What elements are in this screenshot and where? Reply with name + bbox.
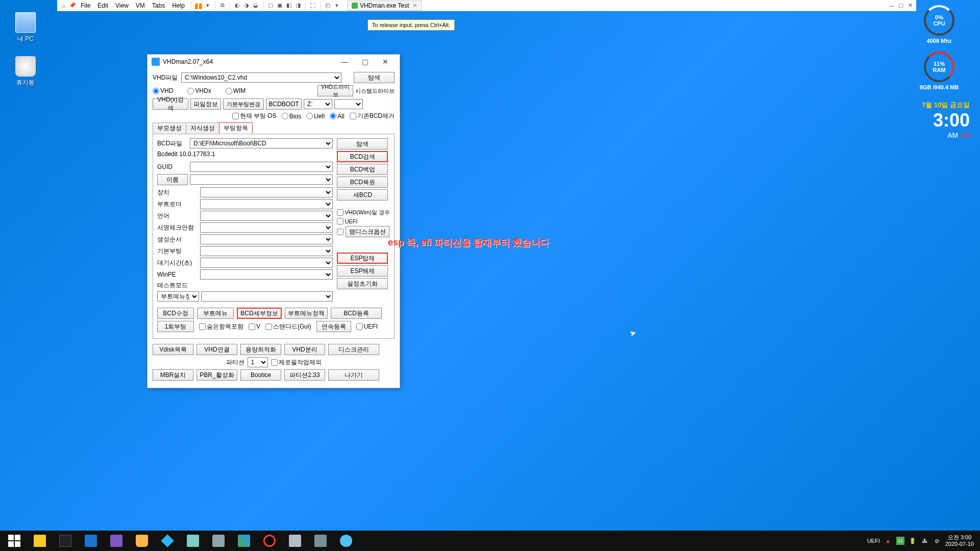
taskbar-app2[interactable] xyxy=(104,531,129,551)
uefi3-check[interactable]: UEFI xyxy=(356,323,378,330)
bcd-remove-check[interactable]: 기존BCD제거 xyxy=(350,112,395,120)
pause-icon[interactable]: ▮▮ xyxy=(194,2,203,10)
fileinfo-button[interactable]: 파일정보 xyxy=(190,98,221,110)
minimize-button[interactable]: — xyxy=(334,58,355,66)
bcdboot-button[interactable]: BCDBOOT xyxy=(266,98,302,110)
bcd-edit-button[interactable]: BCD수정 xyxy=(157,308,194,319)
exit-button[interactable]: 나가기 xyxy=(328,369,379,381)
tab-bootentry[interactable]: 부팅항목 xyxy=(219,122,253,134)
win-max-icon[interactable]: ▢ xyxy=(897,2,905,10)
tray-badge[interactable]: 11 xyxy=(896,537,904,545)
taskbar-app7[interactable] xyxy=(232,531,256,551)
standard-check[interactable]: 스탠다드(Gui) xyxy=(265,322,311,331)
win-min-icon[interactable]: — xyxy=(888,2,896,10)
hidden-check[interactable]: 숨은항목포함 xyxy=(199,322,243,331)
bootloader-select[interactable] xyxy=(200,199,333,209)
menu-tabs[interactable]: Tabs xyxy=(149,1,168,10)
disk-mgmt-button[interactable]: 디스크관리 xyxy=(328,344,379,355)
radio-bios[interactable]: Bios xyxy=(282,113,301,120)
snapshot-icon[interactable]: ⧉ xyxy=(218,2,227,10)
tab-close-icon[interactable]: ✕ xyxy=(413,3,417,8)
tool3-icon[interactable]: ◒ xyxy=(252,2,260,10)
dropdown2-icon[interactable]: ▾ xyxy=(333,2,341,10)
device-select[interactable] xyxy=(200,187,333,197)
vhd-file-select[interactable]: C:\Windows10_C2.vhd xyxy=(181,72,341,83)
taskbar-disk2[interactable] xyxy=(308,531,333,551)
tab-parent[interactable]: 부모생성 xyxy=(153,122,186,134)
pbr-button[interactable]: PBR_활성화 xyxy=(197,369,237,381)
radio-wim[interactable]: WIM xyxy=(226,87,246,94)
taskbar-power[interactable] xyxy=(257,531,282,551)
winpe-select[interactable] xyxy=(200,269,333,280)
taskbar-explorer[interactable] xyxy=(28,531,52,551)
partition-select[interactable]: 1 xyxy=(248,357,268,367)
ramdisk-check[interactable] xyxy=(337,229,344,235)
tool2-icon[interactable]: ◑ xyxy=(242,2,251,10)
uefi-check[interactable]: UEFI xyxy=(337,218,390,224)
createorder-select[interactable] xyxy=(200,234,333,244)
bootice-button[interactable]: Bootice xyxy=(240,369,281,381)
v-check[interactable]: V xyxy=(249,323,260,330)
name-select[interactable] xyxy=(190,174,333,185)
titlebar[interactable]: VHDman2.07_x64 — ▢ ✕ xyxy=(148,55,400,69)
nosigcheck-select[interactable] xyxy=(200,222,333,233)
radio-all[interactable]: All xyxy=(330,113,344,120)
taskbar-app5[interactable] xyxy=(181,531,205,551)
oneboot-button[interactable]: 1회부팅 xyxy=(157,321,194,332)
layout3-icon[interactable]: ◧ xyxy=(285,2,293,10)
close-button[interactable]: ✕ xyxy=(375,58,396,66)
rc-bcd-backup-button[interactable]: BCD백업 xyxy=(337,164,388,175)
guid-select[interactable] xyxy=(190,162,333,172)
vhd-split-button[interactable]: VHD분리 xyxy=(284,344,325,355)
bcd-register-button[interactable]: BCD등록 xyxy=(331,308,382,319)
menu-file[interactable]: File xyxy=(78,1,93,10)
taskbar-disk1[interactable] xyxy=(283,531,307,551)
layout2-icon[interactable]: ▣ xyxy=(276,2,284,10)
browse-button[interactable]: 탐색 xyxy=(354,72,395,83)
esp-mount-button[interactable]: ESP탑재 xyxy=(337,253,388,264)
desktop-icon-trash[interactable]: 휴지통 xyxy=(6,56,45,87)
tray-icon-1[interactable]: ▲ xyxy=(884,537,892,545)
menu-help[interactable]: Help xyxy=(169,1,188,10)
bcd-detail-button[interactable]: BCD세부정보 xyxy=(237,308,282,319)
tab-child[interactable]: 자식생성 xyxy=(186,122,219,134)
capacity-button[interactable]: 용량최적화 xyxy=(240,344,281,355)
fullscreen-icon[interactable]: ⛶ xyxy=(309,2,317,10)
tray-clock[interactable]: 오전 3:00 2020-07-10 xyxy=(945,534,974,547)
taskbar-app6[interactable] xyxy=(206,531,231,551)
sysdrive-select[interactable] xyxy=(334,99,363,109)
reset-button[interactable]: 설정초기화 xyxy=(337,278,388,289)
home-icon[interactable]: ⌂ xyxy=(59,2,67,10)
vhdwim-check[interactable]: VHD(Wim)일 경우 xyxy=(337,209,390,216)
vhddrive-button[interactable]: VHD드라이브 xyxy=(317,85,353,96)
ramdisk-button[interactable]: 램디스크옵션 xyxy=(346,226,389,237)
defaultboot-select[interactable] xyxy=(200,246,333,256)
bootmenu-button[interactable]: 부트메뉴 xyxy=(197,308,234,319)
start-button[interactable] xyxy=(2,531,27,551)
vhdx-search-button[interactable]: VHD(x)검색 xyxy=(153,98,188,110)
vm-tab[interactable]: VHDman.exe Test ✕ xyxy=(347,1,422,11)
layout1-icon[interactable]: ▢ xyxy=(266,2,275,10)
rc-search-button[interactable]: 탐색 xyxy=(337,138,388,149)
taskbar-app1[interactable] xyxy=(79,531,103,551)
current-os-check[interactable]: 현재 부팅 OS xyxy=(232,112,277,120)
radio-vhdx[interactable]: VHDx xyxy=(187,87,211,94)
zerofill-check[interactable]: 제로필작업제외 xyxy=(271,358,322,367)
esp-unmount-button[interactable]: ESP해제 xyxy=(337,265,388,277)
bootmenu-policy-select-r[interactable] xyxy=(201,291,333,302)
taskbar-cmd[interactable] xyxy=(53,531,78,551)
vhd-connect-button[interactable]: VHD연결 xyxy=(197,344,237,355)
pin-icon[interactable]: 📌 xyxy=(68,2,77,10)
lang-select[interactable] xyxy=(200,211,333,221)
menu-vm[interactable]: VM xyxy=(133,1,148,10)
timeout-select[interactable] xyxy=(200,258,333,268)
rc-bcd-search-button[interactable]: BCD검색 xyxy=(337,151,388,162)
taskbar-app3[interactable] xyxy=(130,531,154,551)
tray-battery-icon[interactable]: 🔋 xyxy=(909,537,917,545)
unity-icon[interactable]: ◰ xyxy=(324,2,332,10)
menu-edit[interactable]: Edit xyxy=(94,1,111,10)
menu-view[interactable]: View xyxy=(112,1,132,10)
vhddrive-select[interactable]: Z: xyxy=(304,99,332,109)
rc-new-bcd-button[interactable]: 새BCD xyxy=(337,189,388,201)
mbr-button[interactable]: MBR설치 xyxy=(153,369,193,381)
